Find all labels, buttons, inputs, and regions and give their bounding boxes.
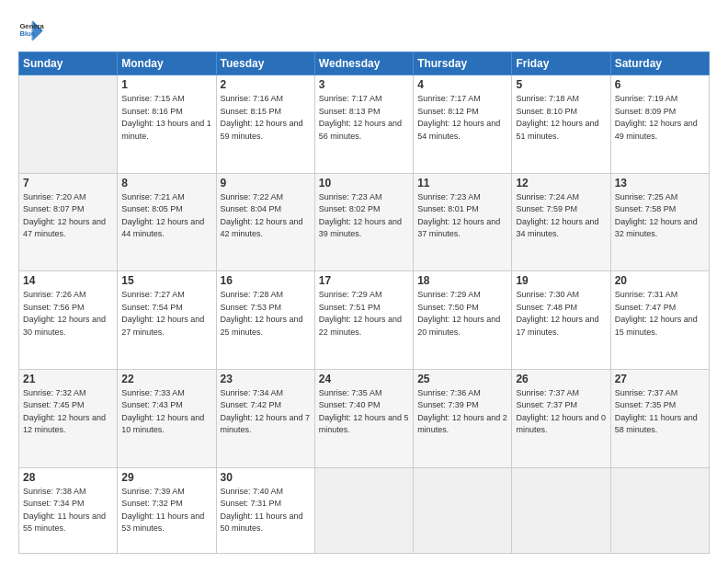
day-info: Sunrise: 7:37 AMSunset: 7:35 PMDaylight:… [615,387,705,437]
day-number: 17 [319,274,409,287]
day-number: 1 [121,78,211,91]
calendar-cell: 29Sunrise: 7:39 AMSunset: 7:32 PMDayligh… [118,467,216,553]
header: General Blue [18,17,710,42]
day-info: Sunrise: 7:17 AMSunset: 8:12 PMDaylight:… [417,93,507,143]
day-info: Sunrise: 7:30 AMSunset: 7:48 PMDaylight:… [516,289,606,339]
column-header-wednesday: Wednesday [314,52,413,75]
day-info: Sunrise: 7:21 AMSunset: 8:05 PMDaylight:… [121,191,211,241]
day-info: Sunrise: 7:23 AMSunset: 8:02 PMDaylight:… [319,191,409,241]
calendar-cell: 18Sunrise: 7:29 AMSunset: 7:50 PMDayligh… [414,271,512,370]
day-number: 8 [121,177,211,190]
day-number: 2 [221,78,311,91]
calendar-cell: 15Sunrise: 7:27 AMSunset: 7:54 PMDayligh… [118,271,216,370]
calendar-cell [314,467,413,553]
calendar-week-4: 21Sunrise: 7:32 AMSunset: 7:45 PMDayligh… [19,369,710,467]
calendar-cell: 23Sunrise: 7:34 AMSunset: 7:42 PMDayligh… [216,369,314,467]
day-number: 16 [221,274,311,287]
day-info: Sunrise: 7:16 AMSunset: 8:15 PMDaylight:… [221,93,311,143]
calendar-cell: 21Sunrise: 7:32 AMSunset: 7:45 PMDayligh… [19,369,118,467]
day-number: 30 [221,471,311,484]
column-header-saturday: Saturday [610,52,709,75]
day-number: 21 [23,373,113,385]
day-info: Sunrise: 7:26 AMSunset: 7:56 PMDaylight:… [23,289,113,339]
day-number: 12 [516,177,606,190]
column-header-tuesday: Tuesday [216,52,314,75]
calendar-cell: 19Sunrise: 7:30 AMSunset: 7:48 PMDayligh… [512,271,610,370]
day-number: 29 [121,471,211,484]
day-number: 3 [319,78,409,91]
day-info: Sunrise: 7:33 AMSunset: 7:43 PMDaylight:… [121,387,211,437]
day-number: 10 [319,177,409,190]
day-info: Sunrise: 7:40 AMSunset: 7:31 PMDaylight:… [221,486,311,535]
calendar-cell: 7Sunrise: 7:20 AMSunset: 8:07 PMDaylight… [19,173,118,271]
day-info: Sunrise: 7:24 AMSunset: 7:59 PMDaylight:… [516,191,606,241]
calendar-cell: 22Sunrise: 7:33 AMSunset: 7:43 PMDayligh… [118,369,216,467]
calendar-cell: 6Sunrise: 7:19 AMSunset: 8:09 PMDaylight… [610,75,709,174]
day-number: 18 [417,274,507,287]
calendar-cell: 16Sunrise: 7:28 AMSunset: 7:53 PMDayligh… [216,271,314,370]
calendar-week-1: 1Sunrise: 7:15 AMSunset: 8:16 PMDaylight… [19,75,710,174]
calendar-cell: 10Sunrise: 7:23 AMSunset: 8:02 PMDayligh… [314,173,413,271]
day-number: 11 [417,177,507,190]
calendar-week-5: 28Sunrise: 7:38 AMSunset: 7:34 PMDayligh… [19,467,710,553]
calendar-cell: 28Sunrise: 7:38 AMSunset: 7:34 PMDayligh… [19,467,118,553]
calendar-cell: 8Sunrise: 7:21 AMSunset: 8:05 PMDaylight… [118,173,216,271]
day-number: 26 [516,373,606,385]
day-number: 20 [615,274,705,287]
calendar-cell: 24Sunrise: 7:35 AMSunset: 7:40 PMDayligh… [314,369,413,467]
calendar-cell: 4Sunrise: 7:17 AMSunset: 8:12 PMDaylight… [414,75,512,174]
calendar-cell: 12Sunrise: 7:24 AMSunset: 7:59 PMDayligh… [512,173,610,271]
day-number: 15 [121,274,211,287]
svg-text:Blue: Blue [19,29,35,38]
day-number: 23 [221,373,311,385]
day-info: Sunrise: 7:15 AMSunset: 8:16 PMDaylight:… [121,93,211,143]
day-number: 19 [516,274,606,287]
column-header-monday: Monday [118,52,216,75]
page: General Blue SundayMondayTuesdayWednesda… [0,0,728,563]
day-number: 14 [23,274,113,287]
calendar-week-2: 7Sunrise: 7:20 AMSunset: 8:07 PMDaylight… [19,173,710,271]
day-info: Sunrise: 7:20 AMSunset: 8:07 PMDaylight:… [23,191,113,241]
calendar-cell [512,467,610,553]
calendar-cell: 2Sunrise: 7:16 AMSunset: 8:15 PMDaylight… [216,75,314,174]
calendar-week-3: 14Sunrise: 7:26 AMSunset: 7:56 PMDayligh… [19,271,710,370]
day-info: Sunrise: 7:39 AMSunset: 7:32 PMDaylight:… [121,486,211,535]
calendar-cell [610,467,709,553]
calendar-cell: 9Sunrise: 7:22 AMSunset: 8:04 PMDaylight… [216,173,314,271]
day-info: Sunrise: 7:31 AMSunset: 7:47 PMDaylight:… [615,289,705,339]
column-header-friday: Friday [512,52,610,75]
day-info: Sunrise: 7:22 AMSunset: 8:04 PMDaylight:… [221,191,311,241]
calendar-cell [414,467,512,553]
svg-text:General: General [19,22,44,30]
day-number: 4 [417,78,507,91]
calendar-cell: 3Sunrise: 7:17 AMSunset: 8:13 PMDaylight… [314,75,413,174]
day-number: 9 [221,177,311,190]
day-number: 27 [615,373,705,385]
day-info: Sunrise: 7:37 AMSunset: 7:37 PMDaylight:… [516,387,606,437]
day-info: Sunrise: 7:38 AMSunset: 7:34 PMDaylight:… [23,486,113,535]
calendar-cell: 5Sunrise: 7:18 AMSunset: 8:10 PMDaylight… [512,75,610,174]
calendar-cell: 26Sunrise: 7:37 AMSunset: 7:37 PMDayligh… [512,369,610,467]
calendar-cell: 13Sunrise: 7:25 AMSunset: 7:58 PMDayligh… [610,173,709,271]
logo: General Blue [18,17,50,42]
day-info: Sunrise: 7:27 AMSunset: 7:54 PMDaylight:… [121,289,211,339]
calendar-cell: 20Sunrise: 7:31 AMSunset: 7:47 PMDayligh… [610,271,709,370]
calendar-cell [19,75,118,174]
day-info: Sunrise: 7:28 AMSunset: 7:53 PMDaylight:… [221,289,311,339]
calendar-cell: 30Sunrise: 7:40 AMSunset: 7:31 PMDayligh… [216,467,314,553]
day-number: 24 [319,373,409,385]
column-header-sunday: Sunday [19,52,118,75]
calendar-cell: 1Sunrise: 7:15 AMSunset: 8:16 PMDaylight… [118,75,216,174]
calendar-cell: 17Sunrise: 7:29 AMSunset: 7:51 PMDayligh… [314,271,413,370]
calendar-cell: 11Sunrise: 7:23 AMSunset: 8:01 PMDayligh… [414,173,512,271]
column-header-thursday: Thursday [414,52,512,75]
day-number: 25 [417,373,507,385]
day-number: 22 [121,373,211,385]
day-number: 7 [23,177,113,190]
logo-icon: General Blue [18,17,44,42]
day-info: Sunrise: 7:35 AMSunset: 7:40 PMDaylight:… [319,387,409,437]
calendar-cell: 14Sunrise: 7:26 AMSunset: 7:56 PMDayligh… [19,271,118,370]
day-info: Sunrise: 7:29 AMSunset: 7:51 PMDaylight:… [319,289,409,339]
calendar-header-row: SundayMondayTuesdayWednesdayThursdayFrid… [19,52,710,75]
day-number: 6 [615,78,705,91]
